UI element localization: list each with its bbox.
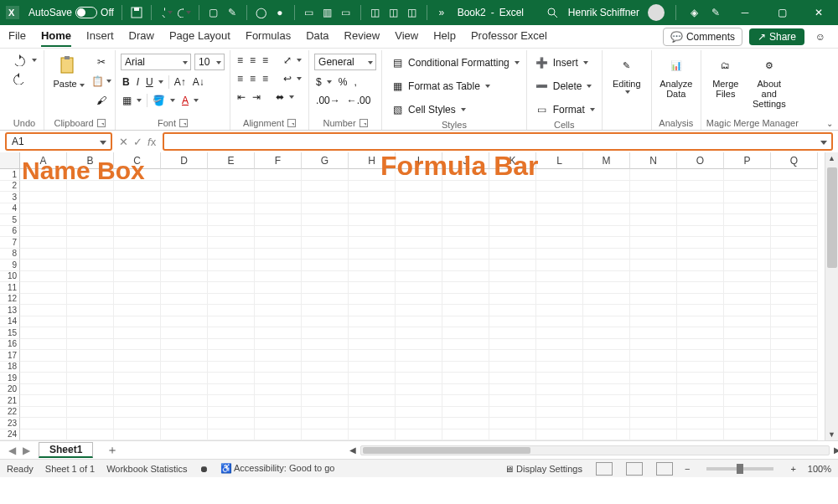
cell-C19[interactable] [114, 373, 161, 384]
cell-F6[interactable] [255, 226, 302, 238]
cell-L11[interactable] [536, 282, 583, 294]
cell-K17[interactable] [489, 350, 536, 362]
cell-O24[interactable] [677, 429, 724, 441]
normal-view-button[interactable] [596, 462, 613, 476]
format-painter-icon[interactable]: 🖌 [93, 92, 110, 109]
cell-Q1[interactable] [771, 169, 818, 181]
cell-J11[interactable] [442, 282, 489, 294]
autosave-switch[interactable] [75, 7, 97, 18]
cell-B17[interactable] [67, 350, 114, 362]
column-header-P[interactable]: P [724, 152, 771, 169]
cell-A22[interactable] [20, 407, 67, 419]
macro-record-icon[interactable]: ⏺ [199, 464, 209, 474]
cell-B9[interactable] [67, 260, 114, 271]
cell-G13[interactable] [302, 305, 349, 316]
add-sheet-button[interactable]: ＋ [106, 443, 118, 458]
cell-O1[interactable] [677, 169, 724, 181]
qat-icon-10[interactable]: ◫ [406, 6, 419, 19]
row-header-11[interactable]: 11 [0, 282, 20, 294]
cell-G9[interactable] [302, 260, 349, 271]
cell-D12[interactable] [161, 294, 208, 306]
cell-J2[interactable] [442, 181, 489, 193]
row-header-7[interactable]: 7 [0, 237, 20, 249]
cell-H23[interactable] [349, 418, 396, 429]
cell-E15[interactable] [208, 327, 255, 339]
cell-J13[interactable] [442, 305, 489, 316]
cell-G18[interactable] [302, 362, 349, 373]
column-header-I[interactable]: I [396, 152, 442, 169]
cell-I13[interactable] [396, 305, 442, 316]
cell-E23[interactable] [208, 418, 255, 429]
cell-K16[interactable] [489, 339, 536, 351]
cell-D16[interactable] [161, 339, 208, 351]
cell-M5[interactable] [583, 214, 630, 226]
cell-F7[interactable] [255, 237, 302, 249]
tab-file[interactable]: File [8, 26, 26, 47]
cell-J23[interactable] [442, 418, 489, 429]
cell-K6[interactable] [489, 226, 536, 238]
cell-G5[interactable] [302, 214, 349, 226]
cell-G19[interactable] [302, 373, 349, 384]
cell-B12[interactable] [67, 294, 114, 306]
column-header-N[interactable]: N [630, 152, 677, 169]
cell-N5[interactable] [630, 214, 677, 226]
cell-H17[interactable] [349, 350, 396, 362]
cell-H8[interactable] [349, 249, 396, 260]
cell-G10[interactable] [302, 271, 349, 283]
cell-L5[interactable] [536, 214, 583, 226]
cell-H5[interactable] [349, 214, 396, 226]
fx-icon[interactable]: fx [147, 136, 156, 148]
row-header-10[interactable]: 10 [0, 271, 20, 283]
cell-G15[interactable] [302, 327, 349, 339]
cell-A18[interactable] [20, 362, 67, 373]
row-header-18[interactable]: 18 [0, 362, 20, 373]
qat-icon-7[interactable]: ▭ [339, 6, 353, 19]
cell-F16[interactable] [255, 339, 302, 351]
cell-A3[interactable] [20, 192, 67, 203]
cell-D23[interactable] [161, 418, 208, 429]
cell-P19[interactable] [724, 373, 771, 384]
cell-O23[interactable] [677, 418, 724, 429]
cell-D13[interactable] [161, 305, 208, 316]
row-header-13[interactable]: 13 [0, 305, 20, 316]
cell-N12[interactable] [630, 294, 677, 306]
row-header-12[interactable]: 12 [0, 294, 20, 306]
cell-H7[interactable] [349, 237, 396, 249]
borders-button[interactable]: ▦ [121, 94, 143, 107]
cell-M11[interactable] [583, 282, 630, 294]
cell-A2[interactable] [20, 181, 67, 193]
cell-L24[interactable] [536, 429, 583, 441]
cell-F17[interactable] [255, 350, 302, 362]
fill-color-button[interactable]: 🪣 [151, 94, 177, 107]
cell-N22[interactable] [630, 407, 677, 419]
cancel-formula-icon[interactable]: ✕ [119, 136, 128, 148]
cell-J18[interactable] [442, 362, 489, 373]
cell-O7[interactable] [677, 237, 724, 249]
cell-A7[interactable] [20, 237, 67, 249]
cell-C5[interactable] [114, 214, 161, 226]
cell-Q19[interactable] [771, 373, 818, 384]
cell-K8[interactable] [489, 249, 536, 260]
cell-E14[interactable] [208, 316, 255, 328]
cell-J24[interactable] [442, 429, 489, 441]
cell-L12[interactable] [536, 294, 583, 306]
row-header-20[interactable]: 20 [0, 384, 20, 396]
cell-I16[interactable] [396, 339, 442, 351]
qat-icon-2[interactable]: ✎ [225, 6, 239, 19]
cell-M2[interactable] [583, 181, 630, 193]
cell-A6[interactable] [20, 226, 67, 238]
increase-indent-button[interactable]: ⇥ [251, 90, 262, 104]
cell-E10[interactable] [208, 271, 255, 283]
search-icon[interactable] [546, 6, 559, 19]
enter-formula-icon[interactable]: ✓ [133, 136, 142, 148]
cell-D21[interactable] [161, 395, 208, 407]
cell-H20[interactable] [349, 384, 396, 396]
cell-styles-button[interactable]: ▧Cell Styles [387, 100, 468, 119]
diamond-icon[interactable]: ◈ [687, 6, 701, 19]
cell-B5[interactable] [67, 214, 114, 226]
cell-I2[interactable] [396, 181, 442, 193]
align-top-button[interactable]: ≡ [235, 54, 245, 67]
accounting-format-button[interactable]: $ [314, 75, 334, 89]
cell-P10[interactable] [724, 271, 771, 283]
cell-C8[interactable] [114, 249, 161, 260]
